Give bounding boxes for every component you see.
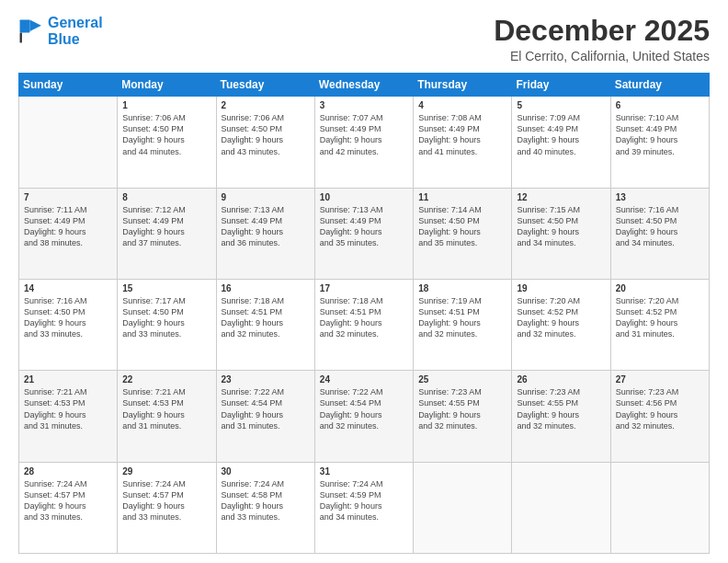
calendar-cell: 4Sunrise: 7:08 AM Sunset: 4:49 PM Daylig… — [414, 97, 512, 188]
header: General Blue December 2025 El Cerrito, C… — [18, 15, 710, 63]
day-info: Sunrise: 7:17 AM Sunset: 4:50 PM Dayligh… — [122, 295, 210, 340]
logo-line1: General — [48, 15, 103, 30]
day-number: 24 — [320, 374, 408, 385]
day-info: Sunrise: 7:24 AM Sunset: 4:59 PM Dayligh… — [320, 478, 408, 523]
day-header-tuesday: Tuesday — [216, 74, 314, 97]
calendar-cell: 26Sunrise: 7:23 AM Sunset: 4:55 PM Dayli… — [512, 371, 610, 462]
day-number: 27 — [616, 374, 704, 385]
day-info: Sunrise: 7:13 AM Sunset: 4:49 PM Dayligh… — [320, 204, 408, 249]
day-number: 23 — [222, 374, 310, 385]
day-header-wednesday: Wednesday — [314, 74, 413, 97]
calendar-cell: 17Sunrise: 7:18 AM Sunset: 4:51 PM Dayli… — [314, 279, 413, 370]
day-number: 10 — [320, 192, 408, 202]
calendar-cell: 30Sunrise: 7:24 AM Sunset: 4:58 PM Dayli… — [216, 462, 314, 553]
day-number: 6 — [616, 100, 704, 110]
calendar-cell — [610, 462, 709, 553]
calendar-cell: 10Sunrise: 7:13 AM Sunset: 4:49 PM Dayli… — [314, 188, 413, 279]
day-info: Sunrise: 7:16 AM Sunset: 4:50 PM Dayligh… — [24, 295, 112, 340]
day-number: 5 — [517, 100, 605, 110]
day-number: 19 — [517, 283, 605, 293]
day-info: Sunrise: 7:22 AM Sunset: 4:54 PM Dayligh… — [320, 386, 408, 431]
svg-rect-2 — [20, 32, 22, 42]
day-number: 2 — [222, 100, 310, 110]
day-number: 13 — [616, 192, 704, 202]
svg-rect-0 — [20, 19, 30, 32]
title-area: December 2025 El Cerrito, California, Un… — [494, 15, 710, 63]
day-number: 15 — [122, 283, 210, 293]
calendar-cell: 6Sunrise: 7:10 AM Sunset: 4:49 PM Daylig… — [610, 97, 709, 188]
calendar-cell: 18Sunrise: 7:19 AM Sunset: 4:51 PM Dayli… — [414, 279, 512, 370]
day-info: Sunrise: 7:24 AM Sunset: 4:57 PM Dayligh… — [122, 478, 210, 523]
week-row-2: 7Sunrise: 7:11 AM Sunset: 4:49 PM Daylig… — [19, 188, 710, 279]
day-number: 9 — [222, 192, 310, 202]
day-number: 14 — [24, 283, 112, 293]
day-info: Sunrise: 7:18 AM Sunset: 4:51 PM Dayligh… — [222, 295, 310, 340]
day-info: Sunrise: 7:23 AM Sunset: 4:55 PM Dayligh… — [418, 386, 506, 431]
calendar-cell: 25Sunrise: 7:23 AM Sunset: 4:55 PM Dayli… — [414, 371, 512, 462]
day-info: Sunrise: 7:20 AM Sunset: 4:52 PM Dayligh… — [517, 295, 605, 340]
calendar-table: SundayMondayTuesdayWednesdayThursdayFrid… — [18, 73, 710, 554]
day-info: Sunrise: 7:08 AM Sunset: 4:49 PM Dayligh… — [418, 112, 506, 157]
day-number: 18 — [418, 283, 506, 293]
day-number: 16 — [222, 283, 310, 293]
day-header-saturday: Saturday — [610, 74, 709, 97]
day-number: 29 — [122, 466, 210, 477]
day-info: Sunrise: 7:09 AM Sunset: 4:49 PM Dayligh… — [517, 112, 605, 157]
calendar-cell: 14Sunrise: 7:16 AM Sunset: 4:50 PM Dayli… — [19, 279, 118, 370]
subtitle: El Cerrito, California, United States — [494, 49, 710, 63]
calendar-cell: 9Sunrise: 7:13 AM Sunset: 4:49 PM Daylig… — [216, 188, 314, 279]
day-info: Sunrise: 7:14 AM Sunset: 4:50 PM Dayligh… — [418, 204, 506, 249]
day-info: Sunrise: 7:16 AM Sunset: 4:50 PM Dayligh… — [616, 204, 704, 249]
calendar-cell — [512, 462, 610, 553]
day-number: 30 — [222, 466, 310, 477]
day-info: Sunrise: 7:20 AM Sunset: 4:52 PM Dayligh… — [616, 295, 704, 340]
day-number: 22 — [122, 374, 210, 385]
logo: General Blue — [18, 15, 103, 47]
day-number: 12 — [517, 192, 605, 202]
day-number: 4 — [418, 100, 506, 110]
calendar-cell: 20Sunrise: 7:20 AM Sunset: 4:52 PM Dayli… — [610, 279, 709, 370]
calendar-cell: 5Sunrise: 7:09 AM Sunset: 4:49 PM Daylig… — [512, 97, 610, 188]
day-info: Sunrise: 7:13 AM Sunset: 4:49 PM Dayligh… — [222, 204, 310, 249]
day-number: 17 — [320, 283, 408, 293]
day-number: 11 — [418, 192, 506, 202]
calendar-cell: 15Sunrise: 7:17 AM Sunset: 4:50 PM Dayli… — [118, 279, 216, 370]
calendar-cell: 27Sunrise: 7:23 AM Sunset: 4:56 PM Dayli… — [610, 371, 709, 462]
week-row-4: 21Sunrise: 7:21 AM Sunset: 4:53 PM Dayli… — [19, 371, 710, 462]
day-number: 31 — [320, 466, 408, 477]
calendar-cell: 13Sunrise: 7:16 AM Sunset: 4:50 PM Dayli… — [610, 188, 709, 279]
calendar-cell: 21Sunrise: 7:21 AM Sunset: 4:53 PM Dayli… — [19, 371, 118, 462]
day-info: Sunrise: 7:19 AM Sunset: 4:51 PM Dayligh… — [418, 295, 506, 340]
week-row-1: 1Sunrise: 7:06 AM Sunset: 4:50 PM Daylig… — [19, 97, 710, 188]
day-header-monday: Monday — [118, 74, 216, 97]
logo-text: General Blue — [48, 15, 103, 47]
calendar-cell — [19, 97, 118, 188]
day-number: 20 — [616, 283, 704, 293]
main-title: December 2025 — [494, 15, 710, 47]
day-header-thursday: Thursday — [414, 74, 512, 97]
logo-icon — [18, 18, 44, 44]
day-header-friday: Friday — [512, 74, 610, 97]
calendar-cell: 23Sunrise: 7:22 AM Sunset: 4:54 PM Dayli… — [216, 371, 314, 462]
day-number: 21 — [24, 374, 112, 385]
day-info: Sunrise: 7:10 AM Sunset: 4:49 PM Dayligh… — [616, 112, 704, 157]
day-info: Sunrise: 7:15 AM Sunset: 4:50 PM Dayligh… — [517, 204, 605, 249]
day-number: 26 — [517, 374, 605, 385]
calendar-cell: 11Sunrise: 7:14 AM Sunset: 4:50 PM Dayli… — [414, 188, 512, 279]
calendar-cell: 3Sunrise: 7:07 AM Sunset: 4:49 PM Daylig… — [314, 97, 413, 188]
day-info: Sunrise: 7:24 AM Sunset: 4:58 PM Dayligh… — [222, 478, 310, 523]
logo-line2: Blue — [48, 31, 80, 47]
svg-marker-1 — [29, 19, 40, 30]
calendar-cell: 7Sunrise: 7:11 AM Sunset: 4:49 PM Daylig… — [19, 188, 118, 279]
calendar-cell: 12Sunrise: 7:15 AM Sunset: 4:50 PM Dayli… — [512, 188, 610, 279]
day-number: 8 — [122, 192, 210, 202]
calendar-cell: 29Sunrise: 7:24 AM Sunset: 4:57 PM Dayli… — [118, 462, 216, 553]
day-number: 28 — [24, 466, 112, 477]
day-info: Sunrise: 7:06 AM Sunset: 4:50 PM Dayligh… — [222, 112, 310, 157]
day-info: Sunrise: 7:07 AM Sunset: 4:49 PM Dayligh… — [320, 112, 408, 157]
day-number: 25 — [418, 374, 506, 385]
week-row-3: 14Sunrise: 7:16 AM Sunset: 4:50 PM Dayli… — [19, 279, 710, 370]
calendar-cell: 24Sunrise: 7:22 AM Sunset: 4:54 PM Dayli… — [314, 371, 413, 462]
day-info: Sunrise: 7:21 AM Sunset: 4:53 PM Dayligh… — [122, 386, 210, 431]
day-number: 3 — [320, 100, 408, 110]
